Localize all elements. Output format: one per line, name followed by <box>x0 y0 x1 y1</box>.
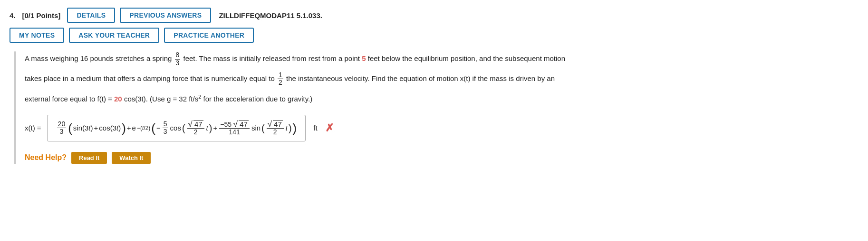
problem-text-line2b: the instantaneous velocity. Find the equ… <box>286 74 555 82</box>
sqrt-inner-b: 47 <box>239 120 249 129</box>
equation-box: 20 3 ( sin(3t) + cos(3t) ) + e −(t/2) ( <box>47 115 306 141</box>
my-notes-button[interactable]: MY NOTES <box>10 28 64 43</box>
problem-text-below: feet below the equilibrium position, and… <box>368 54 565 62</box>
problem-text-intro: A mass weighing 16 pounds stretches a sp… <box>25 54 172 62</box>
ask-teacher-button[interactable]: ASK YOUR TEACHER <box>69 28 159 43</box>
cos-label: cos <box>170 124 181 132</box>
equation-line: x(t) = 20 3 ( sin(3t) + cos(3t) ) + e <box>25 111 858 145</box>
sqrt-wrapper-b: √47 <box>233 120 249 129</box>
points-label: [0/1 Points] <box>22 11 61 20</box>
highlight-5: 5 <box>362 54 366 62</box>
problem-body: A mass weighing 16 pounds stretches a sp… <box>14 51 858 164</box>
neg55sqrt47-den: 141 <box>228 129 241 136</box>
sqrt47-den-a: 2 <box>193 129 199 136</box>
plus-sign-2: + <box>127 124 131 132</box>
trig-sin-3t: sin(3t) <box>73 124 93 132</box>
frac-5-3: 5 3 <box>163 120 168 136</box>
med-paren-open-1: ( <box>182 124 185 132</box>
frac-5-3-den: 3 <box>163 128 168 135</box>
exp-exponent: −(t/2) <box>137 125 150 131</box>
problem-text-line3c: for the acceleration due to gravity.) <box>203 95 313 103</box>
med-paren-close-2: ) <box>289 124 292 132</box>
second-row: MY NOTES ASK YOUR TEACHER PRACTICE ANOTH… <box>10 28 858 43</box>
sin-label: sin <box>251 124 260 132</box>
big-paren-close-1: ) <box>122 123 126 133</box>
previous-answers-button[interactable]: PREVIOUS ANSWERS <box>120 8 211 23</box>
sqrt-symbol-c: √ <box>268 120 272 128</box>
problem-text-line3a: external force equal to f(t) = <box>25 95 112 103</box>
med-paren-close-1: ) <box>209 124 212 132</box>
sqrt-inner-c: 47 <box>273 120 283 129</box>
read-it-button[interactable]: Read It <box>71 152 107 164</box>
sqrt47-num-a: √47 <box>187 120 204 129</box>
fraction-8-3: 8 3 <box>175 51 181 67</box>
superscript-2: 2 <box>198 94 201 100</box>
top-row: 4. [0/1 Points] DETAILS PREVIOUS ANSWERS… <box>10 8 858 23</box>
details-button[interactable]: DETAILS <box>67 8 115 23</box>
practice-another-button[interactable]: PRACTICE ANOTHER <box>164 28 254 43</box>
sqrt-symbol-b: √ <box>233 120 238 128</box>
frac-neg55sqrt47-141: −55 √47 141 <box>219 120 250 136</box>
neg-sign-1: − <box>156 124 161 132</box>
frac-5-3-num: 5 <box>163 120 168 128</box>
problem-text-line3b: cos(3t). (Use g = 32 ft/s <box>124 95 198 103</box>
sqrt-symbol-a: √ <box>188 120 193 128</box>
sqrt-wrapper-c: √47 <box>268 120 283 129</box>
highlight-20: 20 <box>114 95 122 103</box>
med-paren-open-2: ( <box>261 124 265 132</box>
frac-sqrt47-2-a: √47 2 <box>187 120 204 136</box>
problem-id: ZILLDIFFEQMODAP11 5.1.033. <box>219 11 322 20</box>
question-number: 4. <box>10 11 16 20</box>
exp-e: e <box>132 124 136 132</box>
page-container: 4. [0/1 Points] DETAILS PREVIOUS ANSWERS… <box>0 0 868 241</box>
unit-ft: ft <box>313 124 317 132</box>
neg55sqrt47-num: −55 √47 <box>219 120 250 129</box>
frac-20-3-den: 3 <box>58 128 64 135</box>
wrong-mark: ✗ <box>325 122 334 134</box>
frac-20-3: 20 3 <box>57 120 67 136</box>
plus-sign-3: + <box>213 124 217 132</box>
need-help-label: Need Help? <box>25 153 67 162</box>
trig-cos-3t: cos(3t) <box>99 124 121 132</box>
big-paren-open-1: ( <box>68 123 72 133</box>
problem-line-2: takes place in a medium that offers a da… <box>25 71 858 87</box>
frac-sqrt47-2-b: √47 2 <box>267 120 284 136</box>
t-var-2: t <box>286 124 288 132</box>
plus-sign-1: + <box>94 124 98 132</box>
sqrt-inner-a: 47 <box>193 120 203 129</box>
equation-content: 20 3 ( sin(3t) + cos(3t) ) + e −(t/2) ( <box>56 120 297 136</box>
frac-20-3-num: 20 <box>57 120 67 128</box>
need-help-row: Need Help? Read It Watch It <box>25 152 858 164</box>
sqrt47-den-b: 2 <box>272 129 278 136</box>
t-var-1: t <box>206 124 208 132</box>
big-paren-close-2: ) <box>293 123 297 133</box>
problem-text-feet: feet. The mass is initially released fro… <box>183 54 360 62</box>
sqrt-wrapper-a: √47 <box>188 120 203 129</box>
watch-it-button[interactable]: Watch It <box>112 152 151 164</box>
fraction-1-2: 1 2 <box>278 71 283 87</box>
problem-text-line2a: takes place in a medium that offers a da… <box>25 74 275 82</box>
sqrt47-num-b: √47 <box>267 120 284 129</box>
problem-line-1: A mass weighing 16 pounds stretches a sp… <box>25 51 858 67</box>
equation-lhs: x(t) = <box>25 124 41 132</box>
big-paren-open-2: ( <box>151 123 155 133</box>
problem-line-3: external force equal to f(t) = 20 cos(3t… <box>25 91 858 106</box>
